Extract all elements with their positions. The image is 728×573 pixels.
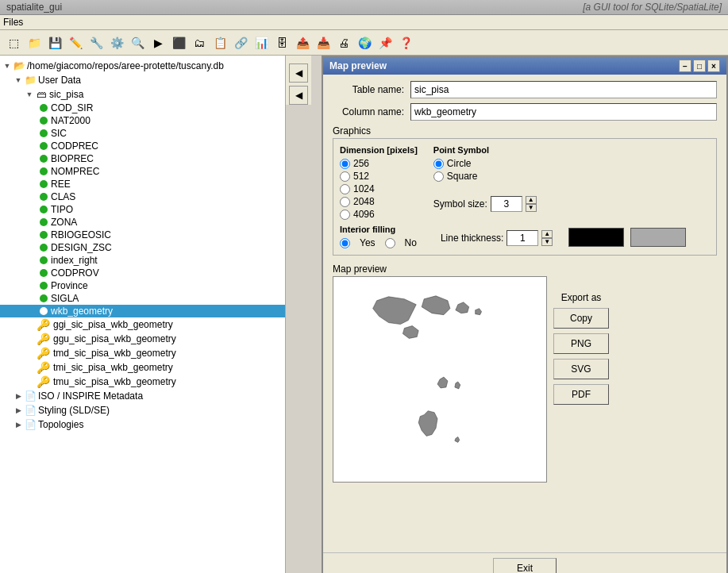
png-button[interactable]: PNG bbox=[553, 333, 609, 354]
toolbar-btn-4[interactable]: ✏️ bbox=[66, 33, 85, 52]
interior-yes-radio[interactable] bbox=[340, 238, 350, 248]
toolbar-btn-9[interactable]: ⬛ bbox=[169, 33, 188, 52]
tree-col-nomprec[interactable]: NOMPREC bbox=[0, 165, 285, 178]
symbol-size-up[interactable]: ▲ bbox=[526, 196, 537, 204]
tree-col-wkb-geometry[interactable]: wkb_geometry bbox=[0, 305, 285, 317]
tree-iso[interactable]: ▶ 📄 ISO / INSPIRE Metadata bbox=[0, 389, 285, 403]
circle-radio[interactable] bbox=[433, 159, 444, 169]
interior-filling-group: Interior filling Yes No bbox=[340, 225, 417, 248]
copy-button[interactable]: Copy bbox=[553, 308, 609, 329]
dialog-minimize-btn[interactable]: − bbox=[679, 60, 691, 72]
tree-topologies[interactable]: ▶ 📄 Topologies bbox=[0, 417, 285, 432]
tree-col-sigla[interactable]: SIGLA bbox=[0, 292, 285, 305]
tree-col-sic[interactable]: SIC bbox=[0, 127, 285, 140]
table-name-input[interactable] bbox=[410, 81, 717, 98]
toolbar-btn-1[interactable]: ⬚ bbox=[4, 33, 23, 52]
tree-col-ree[interactable]: REE bbox=[0, 178, 285, 190]
toolbar-btn-5[interactable]: 🔧 bbox=[87, 33, 106, 52]
graphics-label: Graphics bbox=[333, 125, 717, 137]
col-label-clas: CLAS bbox=[51, 191, 75, 202]
idx-label-tmu: tmu_sic_pisa_wkb_geometry bbox=[53, 376, 176, 387]
dim-4096-row: 4096 bbox=[340, 209, 418, 220]
menubar: Files bbox=[0, 15, 728, 30]
line-thickness-up[interactable]: ▲ bbox=[541, 230, 553, 238]
toolbar-btn-11[interactable]: 📋 bbox=[210, 33, 229, 52]
toolbar-btn-14[interactable]: 🗄 bbox=[272, 33, 291, 52]
menu-files[interactable]: Files bbox=[3, 17, 23, 28]
toolbar-btn-20[interactable]: ❓ bbox=[396, 33, 415, 52]
tree-col-design-zsc[interactable]: DESIGN_ZSC bbox=[0, 241, 285, 254]
tree-col-zona[interactable]: ZONA bbox=[0, 216, 285, 229]
col-dot-design-zsc bbox=[40, 244, 48, 252]
tree-col-rbiogeosic[interactable]: RBIOGEOSIC bbox=[0, 229, 285, 241]
toolbar-btn-10[interactable]: 🗂 bbox=[190, 33, 209, 52]
interior-no-radio[interactable] bbox=[385, 238, 395, 248]
toolbar-btn-7[interactable]: 🔍 bbox=[128, 33, 147, 52]
stroke-color-box[interactable] bbox=[630, 228, 686, 247]
fill-color-box[interactable] bbox=[568, 228, 624, 247]
toolbar-btn-13[interactable]: 📊 bbox=[252, 33, 271, 52]
dim-2048-radio[interactable] bbox=[340, 197, 350, 207]
tree-col-province[interactable]: Province bbox=[0, 279, 285, 292]
svg-button[interactable]: SVG bbox=[553, 359, 609, 379]
toolbar-btn-18[interactable]: 🌍 bbox=[355, 33, 374, 52]
tree-user-data[interactable]: ▼ 📁 User Data bbox=[0, 73, 285, 87]
toolbar-btn-15[interactable]: 📤 bbox=[293, 33, 312, 52]
tree-db-root[interactable]: ▼ 📂 /home/giacomo/repos/aree-protette/tu… bbox=[0, 59, 285, 73]
toolbar-btn-3[interactable]: 💾 bbox=[45, 33, 64, 52]
toolbar-btn-12[interactable]: 🔗 bbox=[231, 33, 250, 52]
tree-styling[interactable]: ▶ 📄 Styling (SLD/SE) bbox=[0, 403, 285, 417]
dim-512-label: 512 bbox=[353, 171, 369, 182]
dialog-restore-btn[interactable]: □ bbox=[693, 60, 706, 72]
dim-2048-row: 2048 bbox=[340, 196, 418, 207]
line-thickness-spinner: ▲ ▼ bbox=[541, 230, 553, 246]
symbol-size-input[interactable] bbox=[491, 196, 522, 212]
line-thickness-input[interactable] bbox=[507, 230, 538, 246]
map-nav: ◀ ◀ bbox=[286, 56, 311, 105]
tree-col-index-right[interactable]: index_right bbox=[0, 254, 285, 267]
tree-idx-tmd[interactable]: 🔑 tmd_sic_pisa_wkb_geometry bbox=[0, 346, 285, 360]
main-container: ▼ 📂 /home/giacomo/repos/aree-protette/tu… bbox=[0, 56, 728, 573]
toolbar-btn-17[interactable]: 🖨 bbox=[334, 33, 353, 52]
exit-button[interactable]: Exit bbox=[493, 558, 557, 573]
pdf-button[interactable]: PDF bbox=[553, 384, 609, 405]
nav-btn-up[interactable]: ◀ bbox=[289, 63, 308, 83]
toolbar-btn-19[interactable]: 📌 bbox=[376, 33, 395, 52]
tree-idx-tmu[interactable]: 🔑 tmu_sic_pisa_wkb_geometry bbox=[0, 375, 285, 389]
col-label-ree: REE bbox=[51, 179, 71, 190]
tree-idx-tmi[interactable]: 🔑 tmi_sic_pisa_wkb_geometry bbox=[0, 360, 285, 375]
toolbar-btn-2[interactable]: 📁 bbox=[25, 33, 44, 52]
toolbar-btn-8[interactable]: ▶ bbox=[148, 33, 168, 52]
tree-col-tipo[interactable]: TIPO bbox=[0, 203, 285, 216]
tree-col-clas[interactable]: CLAS bbox=[0, 190, 285, 203]
dim-4096-radio[interactable] bbox=[340, 210, 350, 220]
symbol-size-down[interactable]: ▼ bbox=[526, 204, 537, 212]
tree-sic-pisa[interactable]: ▼ 🗃 sic_pisa bbox=[0, 87, 285, 102]
dialog-close-btn[interactable]: × bbox=[707, 60, 720, 72]
left-panel: ▼ 📂 /home/giacomo/repos/aree-protette/tu… bbox=[0, 56, 286, 573]
line-thickness-down[interactable]: ▼ bbox=[541, 238, 553, 246]
island-shapes bbox=[373, 296, 482, 443]
col-dot-wkb-geometry bbox=[40, 307, 48, 315]
col-label-index-right: index_right bbox=[51, 255, 98, 266]
tree-col-codprec[interactable]: CODPREC bbox=[0, 140, 285, 152]
toolbar-btn-6[interactable]: ⚙️ bbox=[107, 33, 126, 52]
square-radio[interactable] bbox=[433, 171, 444, 182]
col-label-tipo: TIPO bbox=[51, 204, 73, 215]
dim-512-radio[interactable] bbox=[340, 171, 350, 182]
square-row: Square bbox=[433, 171, 537, 182]
folder-icon: 📁 bbox=[24, 74, 37, 87]
tree-col-nat2000[interactable]: NAT2000 bbox=[0, 114, 285, 127]
dim-256-radio[interactable] bbox=[340, 159, 350, 169]
tree-col-bioprec[interactable]: BIOPREC bbox=[0, 152, 285, 165]
map-and-export: Export as Copy PNG SVG PDF bbox=[333, 276, 717, 483]
iso-label: ISO / INSPIRE Metadata bbox=[38, 390, 143, 402]
tree-col-cod-sir[interactable]: COD_SIR bbox=[0, 102, 285, 114]
column-name-input[interactable] bbox=[410, 103, 717, 121]
dim-1024-radio[interactable] bbox=[340, 184, 350, 194]
toolbar-btn-16[interactable]: 📥 bbox=[314, 33, 333, 52]
nav-btn-down[interactable]: ◀ bbox=[289, 86, 308, 105]
tree-idx-ggu[interactable]: 🔑 ggu_sic_pisa_wkb_geometry bbox=[0, 332, 285, 346]
tree-col-codprov[interactable]: CODPROV bbox=[0, 267, 285, 279]
tree-idx-ggi[interactable]: 🔑 ggi_sic_pisa_wkb_geometry bbox=[0, 317, 285, 332]
